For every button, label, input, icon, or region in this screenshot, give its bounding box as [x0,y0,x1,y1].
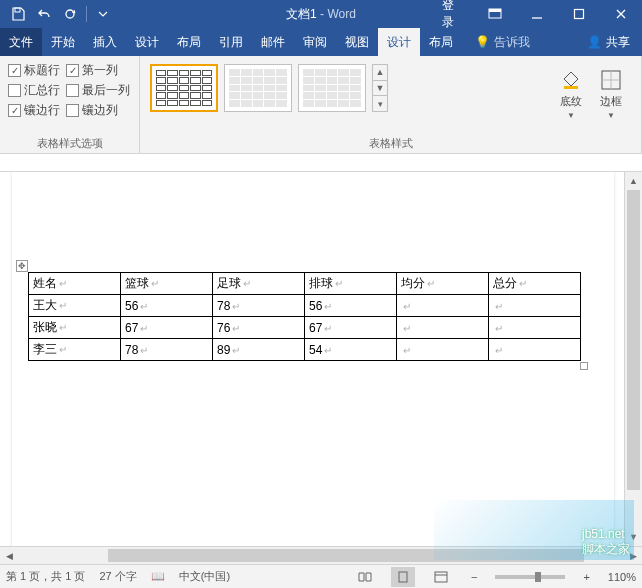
scroll-left-icon[interactable]: ◀ [0,551,18,561]
tab-insert[interactable]: 插入 [84,28,126,56]
table-row[interactable]: 王大↵56↵78↵56↵↵↵ [29,295,581,317]
proofing-icon[interactable]: 📖 [151,570,165,583]
table-header-cell[interactable]: 总分↵ [489,273,581,295]
vertical-scrollbar[interactable]: ▲ ▼ [624,172,642,546]
table-cell[interactable]: ↵ [397,339,489,361]
tab-review[interactable]: 审阅 [294,28,336,56]
table-cell[interactable]: ↵ [397,295,489,317]
table-cell[interactable]: ↵ [489,339,581,361]
document-area[interactable]: ✥ 姓名↵篮球↵足球↵排球↵均分↵总分↵王大↵56↵78↵56↵↵↵张晓↵67↵… [0,172,624,546]
view-web-button[interactable] [429,567,453,587]
tab-references[interactable]: 引用 [210,28,252,56]
zoom-slider[interactable] [495,575,565,579]
account-login[interactable]: 登录 [432,0,474,28]
more-icon[interactable]: ▾ [373,96,387,111]
tell-me[interactable]: 💡告诉我 [466,28,539,56]
table-header-cell[interactable]: 均分↵ [397,273,489,295]
zoom-in-button[interactable]: + [579,571,593,583]
table-cell[interactable]: 王大↵ [29,295,121,317]
view-print-button[interactable] [391,567,415,587]
zoom-level[interactable]: 110% [608,571,636,583]
status-language[interactable]: 中文(中国) [179,569,230,584]
table-header-cell[interactable]: 姓名↵ [29,273,121,295]
minimize-button[interactable] [516,0,558,28]
tab-layout[interactable]: 布局 [168,28,210,56]
horizontal-scrollbar[interactable]: ◀ ▶ [0,546,642,564]
checkbox-banded-columns[interactable]: 镶边列 [66,102,118,119]
table-row[interactable]: 李三↵78↵89↵54↵↵↵ [29,339,581,361]
ribbon-display-button[interactable] [474,0,516,28]
redo-button[interactable] [58,2,82,26]
maximize-button[interactable] [558,0,600,28]
table-cell[interactable]: 张晓↵ [29,317,121,339]
window-controls: 登录 [432,0,642,28]
group-label: 表格样式 [146,133,635,153]
checkbox-banded-rows[interactable]: ✓镶边行 [8,102,60,119]
table-header-cell[interactable]: 排球↵ [305,273,397,295]
tab-design[interactable]: 设计 [126,28,168,56]
save-button[interactable] [6,2,30,26]
table-move-handle[interactable]: ✥ [16,260,28,272]
borders-icon [599,68,623,92]
table-cell[interactable]: 56↵ [305,295,397,317]
style-thumb-grid[interactable] [150,64,218,112]
table-row[interactable]: 张晓↵67↵76↵67↵↵↵ [29,317,581,339]
scroll-right-icon[interactable]: ▶ [624,551,642,561]
table-cell[interactable]: 76↵ [213,317,305,339]
tab-file[interactable]: 文件 [0,28,42,56]
table-cell[interactable]: ↵ [489,295,581,317]
app-name: - Word [317,7,356,21]
undo-button[interactable] [32,2,56,26]
person-icon: 👤 [587,35,602,49]
checkbox-first-column[interactable]: ✓第一列 [66,62,118,79]
table-resize-handle[interactable] [580,362,588,370]
status-word-count[interactable]: 27 个字 [99,569,136,584]
zoom-out-button[interactable]: − [467,571,481,583]
table-cell[interactable]: 67↵ [305,317,397,339]
shading-button[interactable]: 底纹 ▼ [551,64,591,120]
table-cell[interactable]: ↵ [397,317,489,339]
scroll-up-icon[interactable]: ▲ [625,172,642,190]
checkbox-last-column[interactable]: 最后一列 [66,82,130,99]
group-label: 表格样式选项 [6,133,133,153]
status-page[interactable]: 第 1 页，共 1 页 [6,569,85,584]
bucket-icon [559,68,583,92]
scroll-down-icon[interactable]: ▼ [625,528,642,546]
horizontal-ruler[interactable] [0,154,642,172]
tab-view[interactable]: 视图 [336,28,378,56]
tab-mailings[interactable]: 邮件 [252,28,294,56]
table-header-cell[interactable]: 足球↵ [213,273,305,295]
check-icon: ✓ [8,64,21,77]
qat-customize-button[interactable] [91,2,115,26]
close-button[interactable] [600,0,642,28]
table-cell[interactable]: 89↵ [213,339,305,361]
view-read-button[interactable] [353,567,377,587]
scroll-thumb[interactable] [627,190,640,490]
table-cell[interactable]: 56↵ [121,295,213,317]
table-styles-gallery[interactable]: ▲▼▾ [150,64,551,112]
tab-table-layout[interactable]: 布局 [420,28,462,56]
borders-button[interactable]: 边框 ▼ [591,64,631,120]
document-table[interactable]: 姓名↵篮球↵足球↵排球↵均分↵总分↵王大↵56↵78↵56↵↵↵张晓↵67↵76… [28,272,581,361]
table-cell[interactable]: 78↵ [213,295,305,317]
table-cell[interactable]: 78↵ [121,339,213,361]
table-cell[interactable]: 67↵ [121,317,213,339]
checkbox-header-row[interactable]: ✓标题行 [8,62,60,79]
gallery-scroll[interactable]: ▲▼▾ [372,64,388,112]
up-arrow-icon[interactable]: ▲ [373,65,387,81]
table-header-cell[interactable]: 篮球↵ [121,273,213,295]
checkbox-total-row[interactable]: 汇总行 [8,82,60,99]
style-thumb-plain2[interactable] [298,64,366,112]
table-cell[interactable]: ↵ [489,317,581,339]
ribbon-tabs: 文件 开始 插入 设计 布局 引用 邮件 审阅 视图 设计 布局 💡告诉我 👤共… [0,28,642,56]
down-arrow-icon[interactable]: ▼ [373,81,387,97]
tab-table-design[interactable]: 设计 [378,28,420,56]
scroll-thumb[interactable] [108,549,584,562]
table-cell[interactable]: 54↵ [305,339,397,361]
share-button[interactable]: 👤共享 [575,28,642,56]
tab-home[interactable]: 开始 [42,28,84,56]
window-title: 文档1 - Word [286,6,356,23]
svg-rect-4 [575,10,584,19]
style-thumb-plain1[interactable] [224,64,292,112]
table-cell[interactable]: 李三↵ [29,339,121,361]
